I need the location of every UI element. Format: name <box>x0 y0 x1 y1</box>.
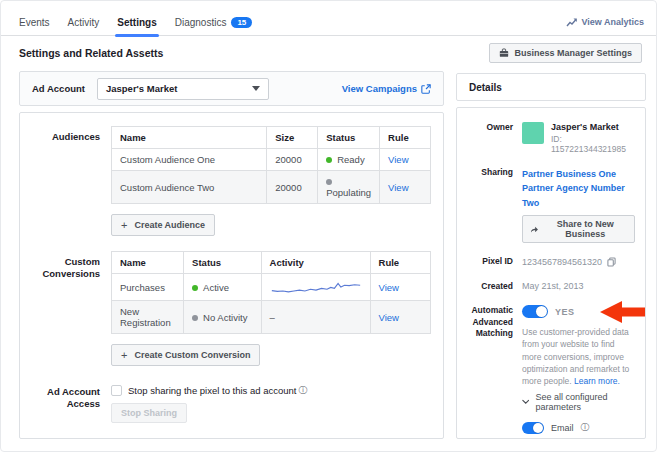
owner-row: Owner Jasper's Market ID: 11572213443219… <box>467 122 635 154</box>
red-annotation-arrow <box>600 300 646 324</box>
owner-name: Jasper's Market <box>551 122 635 132</box>
diagnostics-count-badge: 15 <box>231 17 252 28</box>
conversion-activity <box>261 274 370 301</box>
audiences-table: Name Size Status Rule Custom Audience On… <box>111 126 431 204</box>
create-audience-button[interactable]: + Create Audience <box>111 214 215 236</box>
briefcase-icon <box>499 48 509 58</box>
header-row: Settings and Related Assetts Business Ma… <box>19 43 642 63</box>
learn-more-link[interactable]: Learn more. <box>574 376 620 386</box>
created-value: May 21st, 2013 <box>522 281 635 292</box>
tab-settings[interactable]: Settings <box>117 9 156 36</box>
view-rule-link[interactable]: View <box>379 282 399 293</box>
stop-sharing-checkbox-label: Stop sharing the pixel to this ad accoun… <box>128 385 296 396</box>
details-title: Details <box>469 82 502 93</box>
activity-sparkline <box>270 279 362 295</box>
chevron-down-icon <box>522 399 529 405</box>
plus-icon: + <box>121 349 127 361</box>
email-toggle[interactable] <box>522 422 544 434</box>
copy-icon[interactable] <box>607 257 616 267</box>
stop-sharing-checkbox[interactable] <box>111 385 122 396</box>
business-manager-settings-button[interactable]: Business Manager Settings <box>489 43 642 63</box>
conversion-name: New Registration <box>112 301 184 334</box>
ad-account-access-section: Ad Account Access Stop sharing the pixel… <box>32 381 431 423</box>
column-header: Size <box>267 127 318 149</box>
table-row: Custom Audience One 20000 Ready View <box>112 149 431 171</box>
audience-status: Populating <box>318 171 380 204</box>
audience-size: 20000 <box>267 149 318 171</box>
audience-size: 20000 <box>267 171 318 204</box>
table-row: New Registration No Activity – View <box>112 301 431 334</box>
top-nav: Events Activity Settings Diagnostics 15 … <box>1 9 656 36</box>
table-row: Purchases Active View <box>112 274 431 301</box>
status-dot <box>326 179 332 185</box>
advanced-matching-description: Use customer-provided data from your web… <box>522 326 635 388</box>
status-dot <box>192 285 198 291</box>
conversion-name: Purchases <box>112 274 184 301</box>
plus-icon: + <box>121 219 127 231</box>
created-row: Created May 21st, 2013 <box>467 281 635 292</box>
audiences-label: Audiences <box>32 126 100 236</box>
pixel-id-row: Pixel ID 1234567894561320 <box>467 256 635 267</box>
table-row: Custom Audience Two 20000 Populating Vie… <box>112 171 431 204</box>
ad-account-select[interactable]: Jasper's Market <box>97 78 269 100</box>
chevron-down-icon <box>252 86 260 91</box>
stop-sharing-button[interactable]: Stop Sharing <box>111 403 187 423</box>
info-icon[interactable]: ⓘ <box>298 386 307 395</box>
sharing-row: Sharing Partner Business One Partner Age… <box>467 167 635 243</box>
page-title: Settings and Related Assetts <box>19 47 163 59</box>
settings-main-box: Audiences Name Size Status Rule Custom A… <box>19 112 444 439</box>
conversion-status: Active <box>184 274 261 301</box>
partner-business-link[interactable]: Partner Business One <box>522 167 635 181</box>
see-all-parameters-link[interactable]: See all configured parameters <box>522 392 635 412</box>
view-rule-link[interactable]: View <box>388 182 408 193</box>
column-header: Name <box>112 252 184 274</box>
view-rule-link[interactable]: View <box>388 154 408 165</box>
status-dot <box>192 315 198 321</box>
audience-name: Custom Audience Two <box>112 171 267 204</box>
details-panel-header: Details <box>456 73 646 101</box>
info-icon[interactable]: ⓘ <box>581 423 590 432</box>
create-custom-conversion-button[interactable]: + Create Custom Conversion <box>111 344 260 366</box>
parameter-row-email: Email ⓘ <box>522 422 635 434</box>
custom-conversions-table: Name Status Activity Rule Purchases Acti… <box>111 251 431 334</box>
external-link-icon <box>421 84 431 94</box>
column-header: Status <box>318 127 380 149</box>
partner-agency-link[interactable]: Partner Agency Number Two <box>522 181 635 210</box>
view-analytics-link[interactable]: View Analytics <box>566 17 644 27</box>
pixel-id-value: 1234567894561320 <box>522 257 602 267</box>
ad-account-access-label: Ad Account Access <box>32 381 100 423</box>
column-header: Activity <box>261 252 370 274</box>
audience-status: Ready <box>318 149 380 171</box>
owner-id: ID: 1157221344321985 <box>551 134 635 154</box>
column-header: Rule <box>380 127 431 149</box>
advanced-matching-toggle[interactable] <box>522 305 548 318</box>
conversion-status: No Activity <box>184 301 261 334</box>
column-header: Status <box>184 252 261 274</box>
tab-diagnostics[interactable]: Diagnostics 15 <box>175 9 253 36</box>
share-arrow-icon <box>530 225 538 234</box>
status-dot <box>326 157 332 163</box>
audiences-section: Audiences Name Size Status Rule Custom A… <box>32 126 431 236</box>
ad-account-label: Ad Account <box>32 83 85 94</box>
view-rule-link[interactable]: View <box>379 312 399 323</box>
avatar <box>522 122 544 144</box>
custom-conversions-section: Custom Conversions Name Status Activity … <box>32 251 431 366</box>
column-header: Name <box>112 127 267 149</box>
view-campaigns-link[interactable]: View Campaigns <box>342 83 431 94</box>
custom-conversions-label: Custom Conversions <box>32 251 100 366</box>
trend-chart-icon <box>566 18 577 27</box>
ad-account-box: Ad Account Jasper's Market View Campaign… <box>19 71 444 106</box>
share-to-new-business-button[interactable]: Share to New Business <box>522 215 635 243</box>
tab-events[interactable]: Events <box>19 9 50 36</box>
details-panel-body: Owner Jasper's Market ID: 11572213443219… <box>456 107 646 439</box>
conversion-activity: – <box>261 301 370 334</box>
audience-name: Custom Audience One <box>112 149 267 171</box>
tab-activity[interactable]: Activity <box>68 9 100 36</box>
toggle-state-label: YES <box>555 307 575 317</box>
events-manager-settings-page: Events Activity Settings Diagnostics 15 … <box>0 0 657 452</box>
column-header: Rule <box>370 252 430 274</box>
advanced-matching-row: Automatic Advanced Matching YES Use cust… <box>467 305 635 388</box>
